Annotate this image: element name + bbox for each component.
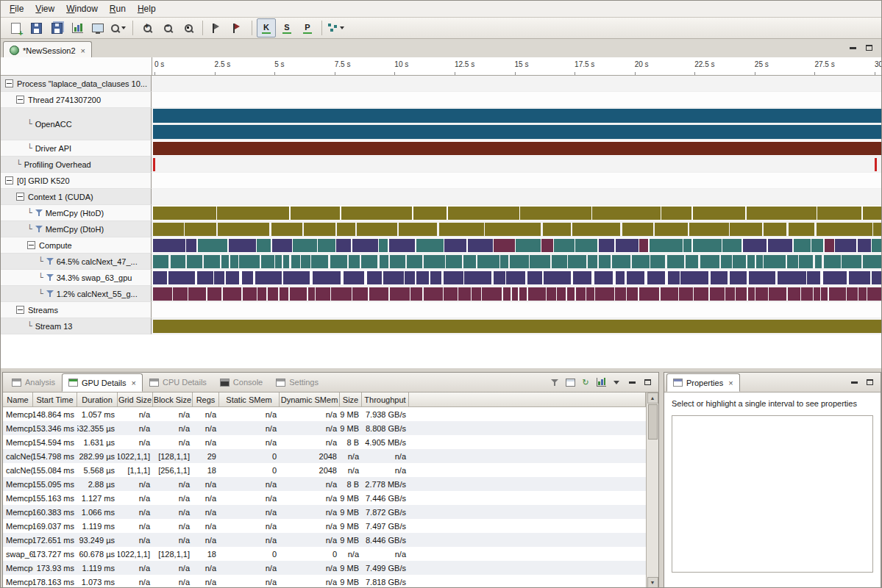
- timeline-interval[interactable]: [768, 239, 792, 252]
- tree-cell-openacc[interactable]: └OpenACC: [1, 108, 152, 140]
- refresh-button[interactable]: ↻: [579, 376, 592, 388]
- timeline-interval[interactable]: [572, 223, 620, 236]
- timeline-interval[interactable]: [171, 255, 185, 268]
- timeline-interval[interactable]: [439, 223, 484, 236]
- timeline-track[interactable]: [152, 76, 882, 92]
- tree-cell-34-3-swap-63-gpu[interactable]: └34.3% swap_63_gpu: [1, 270, 152, 286]
- timeline-track[interactable]: [152, 302, 882, 318]
- timeline-interval[interactable]: [863, 255, 881, 268]
- menu-window[interactable]: Window: [60, 2, 104, 15]
- save-session-button[interactable]: [26, 18, 46, 37]
- timeline-interval[interactable]: [764, 255, 786, 268]
- table-row[interactable]: swap_6(173.727 ms60.678 µs[1022,1,1][128…: [3, 547, 646, 561]
- timeline-interval[interactable]: [823, 271, 847, 284]
- scroll-thumb[interactable]: [648, 404, 658, 440]
- timeline-interval[interactable]: [867, 287, 882, 301]
- timeline-interval[interactable]: [485, 223, 541, 236]
- timeline-interval[interactable]: [291, 207, 340, 220]
- timeline-interval[interactable]: [500, 255, 508, 268]
- timeline-row-streams[interactable]: Streams: [1, 302, 882, 318]
- timeline-interval[interactable]: [755, 287, 768, 301]
- timeline-interval[interactable]: [748, 287, 755, 301]
- timeline-interval[interactable]: [730, 271, 747, 284]
- timeline-interval[interactable]: [153, 109, 881, 123]
- timeline-interval[interactable]: [283, 255, 289, 268]
- timeline-row-compute[interactable]: Compute: [1, 237, 882, 254]
- menu-file[interactable]: File: [4, 2, 29, 15]
- timeline-interval[interactable]: [380, 255, 388, 268]
- menu-run[interactable]: Run: [104, 2, 132, 15]
- chevron-down-icon[interactable]: [121, 26, 126, 29]
- timeline-interval[interactable]: [379, 239, 388, 252]
- tree-cell-process-laplace-data-clauses[interactable]: Process "laplace_data_clauses 10...: [1, 76, 152, 92]
- timeline-interval[interactable]: [722, 239, 741, 252]
- timeline-interval[interactable]: [622, 223, 653, 236]
- timeline-interval[interactable]: [811, 239, 823, 252]
- timeline-interval[interactable]: [639, 287, 659, 301]
- menu-view[interactable]: View: [29, 2, 60, 15]
- column-header-regs[interactable]: Regs: [193, 392, 219, 407]
- marker-next-button[interactable]: [228, 18, 247, 37]
- timeline-interval[interactable]: [243, 287, 257, 301]
- timeline-interval[interactable]: [352, 239, 378, 252]
- timeline-interval[interactable]: [221, 255, 229, 268]
- timeline-interval[interactable]: [747, 255, 755, 268]
- timeline-interval[interactable]: [801, 287, 812, 301]
- timeline-interval[interactable]: [290, 287, 307, 301]
- column-header-size[interactable]: Size: [340, 392, 362, 407]
- timeline-interval[interactable]: [341, 207, 413, 220]
- timeline-row-openacc[interactable]: └OpenACC: [1, 108, 882, 140]
- timeline-interval[interactable]: [725, 287, 734, 301]
- timeline-interval[interactable]: [349, 255, 360, 268]
- timeline-row-34-3-swap-63-gpu[interactable]: └34.3% swap_63_gpu: [1, 270, 882, 286]
- timeline-interval[interactable]: [257, 239, 271, 252]
- timeline-track[interactable]: [152, 254, 882, 270]
- tree-cell-profiling-overhead[interactable]: └Profiling Overhead: [1, 157, 152, 173]
- timeline-track[interactable]: [152, 92, 882, 108]
- timeline-track[interactable]: [152, 270, 882, 286]
- timeline-interval[interactable]: [875, 158, 877, 171]
- timeline-interval[interactable]: [390, 287, 410, 301]
- timeline-interval[interactable]: [413, 207, 447, 220]
- timeline-interval[interactable]: [568, 255, 586, 268]
- timeline-row-thread-2741307200[interactable]: Thread 2741307200: [1, 92, 882, 108]
- timeline-interval[interactable]: [817, 207, 861, 220]
- timeline-interval[interactable]: [872, 271, 882, 284]
- timeline-interval[interactable]: [318, 239, 335, 252]
- timeline-interval[interactable]: [261, 255, 274, 268]
- timeline-interval[interactable]: [588, 255, 597, 268]
- zoom-fit-button[interactable]: [179, 18, 198, 37]
- timeline-track[interactable]: [152, 140, 882, 157]
- marker-prev-button[interactable]: [207, 18, 227, 37]
- timeline-interval[interactable]: [316, 287, 330, 301]
- timeline-interval[interactable]: [458, 287, 471, 301]
- tab-console[interactable]: Console: [213, 373, 269, 391]
- timeline-interval[interactable]: [764, 223, 787, 236]
- timeline-interval[interactable]: [230, 255, 238, 268]
- maximize-button[interactable]: [862, 42, 875, 54]
- column-header-block-size[interactable]: Block Size: [153, 392, 193, 407]
- tree-cell-driver-api[interactable]: └Driver API: [1, 140, 152, 157]
- timeline-interval[interactable]: [711, 271, 728, 284]
- collapse-toggle-icon[interactable]: [16, 193, 24, 201]
- layout-button[interactable]: [563, 376, 577, 388]
- timeline-interval[interactable]: [824, 255, 841, 268]
- timeline-row-memcpy-dtoh[interactable]: └MemCpy (DtoH): [1, 221, 882, 237]
- timeline-interval[interactable]: [835, 239, 856, 252]
- timeline-interval[interactable]: [416, 271, 429, 284]
- scroll-down-icon[interactable]: ▼: [647, 577, 658, 588]
- timeline-interval[interactable]: [873, 223, 882, 236]
- table-row[interactable]: Memcp(153.346 ms532.355 µsn/an/an/an/an/…: [3, 421, 646, 435]
- timeline-interval[interactable]: [301, 255, 310, 268]
- zoom-out-button[interactable]: [158, 18, 177, 37]
- filter-icon[interactable]: [46, 290, 54, 298]
- timeline-track[interactable]: [152, 108, 882, 140]
- timeline-interval[interactable]: [743, 239, 767, 252]
- timeline-interval[interactable]: [547, 287, 556, 301]
- save-all-button[interactable]: [47, 18, 66, 37]
- timeline-interval[interactable]: [352, 287, 368, 301]
- timeline-interval[interactable]: [557, 287, 566, 301]
- timeline-row-stream-13[interactable]: └Stream 13: [1, 318, 882, 334]
- timeline-interval[interactable]: [543, 223, 571, 236]
- timeline-interval[interactable]: [268, 287, 279, 301]
